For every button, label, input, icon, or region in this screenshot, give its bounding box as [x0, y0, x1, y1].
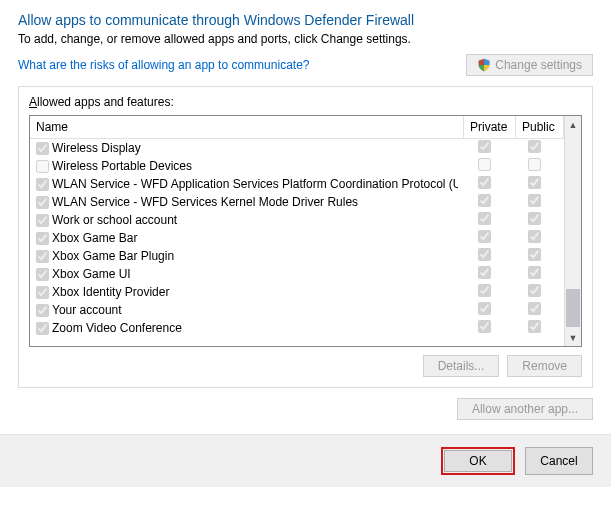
- row-public-checkbox[interactable]: [528, 248, 541, 261]
- row-public-checkbox[interactable]: [528, 176, 541, 189]
- row-enable-checkbox[interactable]: [36, 232, 49, 245]
- allowed-apps-group: Allowed apps and features: Name Private …: [18, 86, 593, 388]
- list-header: Name Private Public: [30, 116, 564, 139]
- dialog-button-bar: OK Cancel: [0, 434, 611, 487]
- row-name-label: WLAN Service - WFD Services Kernel Mode …: [52, 195, 358, 209]
- row-name-label: Xbox Identity Provider: [52, 285, 169, 299]
- details-button[interactable]: Details...: [423, 355, 500, 377]
- page-title: Allow apps to communicate through Window…: [18, 12, 593, 28]
- table-row[interactable]: Wireless Portable Devices: [30, 157, 564, 175]
- row-private-checkbox[interactable]: [478, 266, 491, 279]
- table-row[interactable]: WLAN Service - WFD Application Services …: [30, 175, 564, 193]
- scroll-up-icon[interactable]: ▲: [565, 116, 581, 133]
- row-private-checkbox[interactable]: [478, 140, 491, 153]
- row-public-checkbox[interactable]: [528, 266, 541, 279]
- scroll-track[interactable]: [565, 133, 581, 329]
- row-private-checkbox[interactable]: [478, 284, 491, 297]
- row-public-checkbox[interactable]: [528, 230, 541, 243]
- row-public-checkbox[interactable]: [528, 212, 541, 225]
- row-name-label: Xbox Game Bar: [52, 231, 137, 245]
- ok-highlight: OK: [441, 447, 515, 475]
- row-name-label: Zoom Video Conference: [52, 321, 182, 335]
- change-settings-button[interactable]: Change settings: [466, 54, 593, 76]
- scrollbar[interactable]: ▲ ▼: [564, 116, 581, 346]
- row-public-checkbox[interactable]: [528, 302, 541, 315]
- row-public-checkbox[interactable]: [528, 158, 541, 171]
- table-row[interactable]: Xbox Game UI: [30, 265, 564, 283]
- table-row[interactable]: Your account: [30, 301, 564, 319]
- allowed-apps-list[interactable]: Name Private Public Wireless DisplayWire…: [29, 115, 582, 347]
- row-name-label: Wireless Display: [52, 141, 141, 155]
- row-enable-checkbox[interactable]: [36, 286, 49, 299]
- table-row[interactable]: Work or school account: [30, 211, 564, 229]
- row-enable-checkbox[interactable]: [36, 322, 49, 335]
- row-name-label: Your account: [52, 303, 122, 317]
- row-name-label: Xbox Game Bar Plugin: [52, 249, 174, 263]
- row-enable-checkbox[interactable]: [36, 268, 49, 281]
- row-enable-checkbox[interactable]: [36, 160, 49, 173]
- row-private-checkbox[interactable]: [478, 212, 491, 225]
- scroll-down-icon[interactable]: ▼: [565, 329, 581, 346]
- row-public-checkbox[interactable]: [528, 320, 541, 333]
- allow-another-app-button[interactable]: Allow another app...: [457, 398, 593, 420]
- row-public-checkbox[interactable]: [528, 284, 541, 297]
- row-public-checkbox[interactable]: [528, 194, 541, 207]
- row-private-checkbox[interactable]: [478, 194, 491, 207]
- row-enable-checkbox[interactable]: [36, 214, 49, 227]
- row-enable-checkbox[interactable]: [36, 196, 49, 209]
- row-private-checkbox[interactable]: [478, 176, 491, 189]
- shield-icon: [477, 58, 491, 72]
- remove-button[interactable]: Remove: [507, 355, 582, 377]
- column-public[interactable]: Public: [516, 116, 564, 139]
- risks-link[interactable]: What are the risks of allowing an app to…: [18, 58, 309, 72]
- row-private-checkbox[interactable]: [478, 230, 491, 243]
- column-name[interactable]: Name: [30, 116, 464, 139]
- table-row[interactable]: Xbox Identity Provider: [30, 283, 564, 301]
- table-row[interactable]: Xbox Game Bar Plugin: [30, 247, 564, 265]
- row-name-label: Wireless Portable Devices: [52, 159, 192, 173]
- row-name-label: WLAN Service - WFD Application Services …: [52, 177, 458, 191]
- row-private-checkbox[interactable]: [478, 248, 491, 261]
- table-row[interactable]: Zoom Video Conference: [30, 319, 564, 337]
- row-enable-checkbox[interactable]: [36, 142, 49, 155]
- group-label: Allowed apps and features:: [29, 95, 582, 109]
- table-row[interactable]: Xbox Game Bar: [30, 229, 564, 247]
- row-name-label: Xbox Game UI: [52, 267, 131, 281]
- row-enable-checkbox[interactable]: [36, 304, 49, 317]
- row-enable-checkbox[interactable]: [36, 250, 49, 263]
- row-private-checkbox[interactable]: [478, 302, 491, 315]
- page-subtext: To add, change, or remove allowed apps a…: [18, 32, 593, 46]
- row-private-checkbox[interactable]: [478, 158, 491, 171]
- column-private[interactable]: Private: [464, 116, 516, 139]
- row-private-checkbox[interactable]: [478, 320, 491, 333]
- row-public-checkbox[interactable]: [528, 140, 541, 153]
- table-row[interactable]: Wireless Display: [30, 139, 564, 157]
- change-settings-label: Change settings: [495, 58, 582, 72]
- scroll-thumb[interactable]: [566, 289, 580, 327]
- row-enable-checkbox[interactable]: [36, 178, 49, 191]
- table-row[interactable]: WLAN Service - WFD Services Kernel Mode …: [30, 193, 564, 211]
- cancel-button[interactable]: Cancel: [525, 447, 593, 475]
- row-name-label: Work or school account: [52, 213, 177, 227]
- ok-button[interactable]: OK: [444, 450, 512, 472]
